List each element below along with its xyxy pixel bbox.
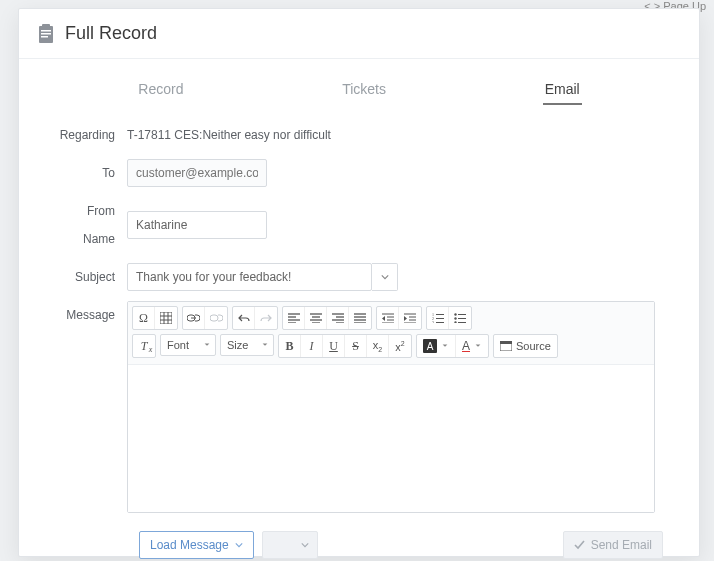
remove-format-button[interactable]: Tx [133,335,155,357]
align-justify-icon [354,313,366,323]
size-select[interactable]: Size [220,334,274,356]
bold-button[interactable]: B [279,335,301,357]
caret-down-icon [203,341,211,349]
chevron-down-icon [381,273,389,281]
superscript-button[interactable]: x2 [389,335,411,357]
redo-button[interactable] [255,307,277,329]
chevron-down-icon [301,541,309,549]
align-left-icon [288,313,300,323]
link-button[interactable] [183,307,205,329]
svg-rect-4 [41,36,48,38]
bold-icon: B [285,339,293,354]
svg-rect-2 [41,30,51,32]
svg-rect-47 [500,341,512,344]
label-message: Message [55,301,127,329]
modal-header: Full Record [19,9,699,59]
full-record-modal: Full Record Record Tickets Email Regardi… [18,8,700,557]
indent-icon [404,313,416,323]
tab-tickets[interactable]: Tickets [340,77,388,105]
remove-format-icon: Tx [141,339,148,354]
subject-field[interactable] [127,263,372,291]
superscript-icon: x2 [395,340,404,353]
regarding-value: T-17811 CES:Neither easy nor difficult [127,121,331,149]
table-button[interactable] [155,307,177,329]
strike-icon: S [352,339,359,354]
align-right-button[interactable] [327,307,349,329]
align-center-button[interactable] [305,307,327,329]
unlink-icon [210,313,223,323]
svg-text:3: 3 [432,320,434,323]
ordered-list-button[interactable]: 123 [427,307,449,329]
omega-icon: Ω [139,311,148,326]
align-right-icon [332,313,344,323]
subject-dropdown-button[interactable] [372,263,398,291]
svg-point-42 [454,321,456,323]
undo-button[interactable] [233,307,255,329]
table-icon [160,312,172,324]
send-email-button[interactable]: Send Email [563,531,663,559]
outdent-button[interactable] [377,307,399,329]
indent-button[interactable] [399,307,421,329]
unordered-list-icon [454,313,466,323]
align-center-icon [310,313,322,323]
link-icon [187,313,200,323]
load-message-button[interactable]: Load Message [139,531,254,559]
secondary-dropdown[interactable] [262,531,318,559]
italic-icon: I [310,339,314,354]
text-color-icon: A [423,339,437,353]
italic-button[interactable]: I [301,335,323,357]
svg-point-40 [454,313,456,315]
label-to: To [55,159,127,187]
to-field[interactable] [127,159,267,187]
align-left-button[interactable] [283,307,305,329]
tab-email[interactable]: Email [543,77,582,105]
text-color-button[interactable]: A [417,335,456,357]
svg-rect-5 [160,312,172,324]
svg-point-41 [454,317,456,319]
strike-button[interactable]: S [345,335,367,357]
subscript-icon: x2 [373,339,382,353]
subscript-button[interactable]: x2 [367,335,389,357]
svg-rect-3 [41,33,51,35]
undo-icon [238,313,250,323]
label-subject: Subject [55,263,127,291]
source-button[interactable]: Source [494,335,557,357]
label-regarding: Regarding [55,121,127,149]
underline-button[interactable]: U [323,335,345,357]
tab-bar: Record Tickets Email [19,59,699,115]
redo-icon [260,313,272,323]
caret-down-icon [441,342,449,350]
caret-down-icon [474,342,482,350]
chevron-down-icon [235,541,243,549]
modal-title: Full Record [65,23,157,44]
source-icon [500,341,512,351]
tab-record[interactable]: Record [136,77,185,105]
from-name-field[interactable] [127,211,267,239]
underline-icon: U [329,339,338,354]
clipboard-icon [37,24,55,44]
unlink-button[interactable] [205,307,227,329]
editor-toolbar: Ω [128,302,654,364]
caret-down-icon [261,341,269,349]
email-form: Regarding T-17811 CES:Neither easy nor d… [19,115,699,561]
check-icon [574,540,585,550]
message-body[interactable] [128,364,654,512]
unordered-list-button[interactable] [449,307,471,329]
bg-color-button[interactable]: A [456,335,488,357]
outdent-icon [382,313,394,323]
rich-text-editor: Ω [127,301,655,513]
special-char-button[interactable]: Ω [133,307,155,329]
bg-color-icon: A [462,339,470,353]
label-from-name: From Name [55,197,127,253]
ordered-list-icon: 123 [432,313,444,323]
align-justify-button[interactable] [349,307,371,329]
svg-rect-1 [42,24,50,28]
font-select[interactable]: Font [160,334,216,356]
